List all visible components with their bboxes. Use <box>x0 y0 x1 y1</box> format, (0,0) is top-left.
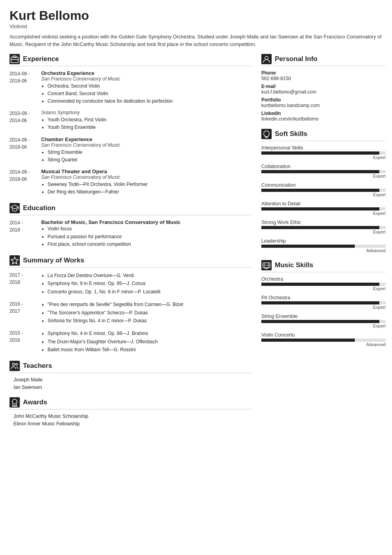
skill-bar-container <box>261 283 386 286</box>
skill-bar-container <box>261 320 386 323</box>
info-label: Portfolio <box>261 97 386 103</box>
exp-bullet: String Quartet <box>48 156 252 164</box>
skill-bar-fill <box>261 151 379 155</box>
skill-item: CommunicationExpert <box>261 182 386 197</box>
skill-item: Violin ConcertoAdvanced <box>261 332 386 347</box>
education-entry: 2014 -2018Bachelor of Music, San Francis… <box>10 219 252 248</box>
soft-skills-icon <box>261 129 272 139</box>
skill-level-label: Advanced <box>261 248 386 253</box>
education-section-header: Education <box>10 203 252 215</box>
skill-name: Strong Work Ethic <box>261 220 386 225</box>
works-bullet: The Drum-Major's Daughter Overture—J. Of… <box>48 338 252 346</box>
exp-org-name: San Francisco Conservatory of Music <box>41 174 252 180</box>
teachers-list: Joseph MaileIan Swensen <box>10 377 252 390</box>
exp-date: 2014-09 -2018-06 <box>10 136 41 164</box>
skill-name: String Ensemble <box>261 314 386 319</box>
skill-item: Pit OrchestraExpert <box>261 295 386 310</box>
experience-entry: 2014-09 -2018-06Chamber ExperienceSan Fr… <box>10 136 252 164</box>
edu-title: Bachelor of Music, San Francisco Conserv… <box>41 219 252 225</box>
award-item: Elinor Armer Music Fellowship <box>10 421 252 427</box>
skill-level-label: Expert <box>261 174 386 178</box>
works-title: Summary of Works <box>23 256 84 264</box>
skill-bar-fill <box>261 189 379 192</box>
candidate-title: Violinist <box>10 23 382 29</box>
teachers-section: Teachers Joseph MaileIan Swensen <box>10 361 252 390</box>
skill-level-label: Expert <box>261 230 386 234</box>
exp-content: Musical Theater and OperaSan Francisco C… <box>41 168 252 196</box>
exp-content: Chamber ExperienceSan Francisco Conserva… <box>41 136 252 164</box>
education-title: Education <box>23 204 55 212</box>
music-skills-section: Music Skills OrchestraExpertPit Orchestr… <box>261 260 386 347</box>
skill-name: Interpersonal Skills <box>261 145 386 151</box>
edu-bullet: Pursued a passion for performance <box>48 233 252 241</box>
soft-skills-title: Soft Skills <box>275 130 307 138</box>
personal-info-icon <box>261 54 272 64</box>
works-date: 2017 -2018 <box>10 272 41 296</box>
info-label: Phone <box>261 70 386 76</box>
exp-bullet: Der Ring des Nibelungen—Fafner <box>48 188 252 196</box>
exp-org-name: San Francisco Conservatory of Music <box>41 76 252 82</box>
edu-bullet: First place, school concerto competition <box>48 241 252 248</box>
skill-name: Pit Orchestra <box>261 295 386 300</box>
teacher-item: Ian Swensen <box>10 385 252 390</box>
skill-bar-fill <box>261 339 355 342</box>
skill-level-label: Expert <box>261 323 386 328</box>
works-icon <box>10 255 20 266</box>
works-date: 2016 -2017 <box>10 300 41 325</box>
exp-org-title: Orchestra Experience <box>41 70 252 76</box>
works-section: Summary of Works 2017 -2018La Forza Del … <box>10 255 252 354</box>
works-date: 2015 -2016 <box>10 329 41 354</box>
soft-skills-header: Soft Skills <box>261 129 386 141</box>
teacher-item: Joseph Maile <box>10 377 252 383</box>
skill-bar-container <box>261 226 386 229</box>
works-bullet: La Forza Del Destino Overture—G. Verdi <box>48 272 252 279</box>
experience-section: Experience 2014-09 -2018-06Orchestra Exp… <box>10 54 252 196</box>
skill-item: OrchestraExpert <box>261 276 386 291</box>
skill-level-label: Advanced <box>261 342 386 347</box>
exp-bullet: String Ensemble <box>48 149 252 156</box>
resume-page: Kurt Bellomo Violinist Accomplished viol… <box>0 0 392 442</box>
svg-marker-5 <box>11 257 18 264</box>
soft-skills-section: Soft Skills Interpersonal SkillsExpertCo… <box>261 129 386 253</box>
awards-icon <box>10 397 20 408</box>
candidate-name: Kurt Bellomo <box>10 9 382 23</box>
svg-point-7 <box>16 364 18 366</box>
skill-item: Strong Work EthicExpert <box>261 220 386 234</box>
music-skills-icon <box>261 260 272 270</box>
education-entries: 2014 -2018Bachelor of Music, San Francis… <box>10 219 252 248</box>
personal-info-fields: Phone562-688-8150E-mailkurt.f.bellomo@gm… <box>261 70 386 122</box>
experience-entries: 2014-09 -2018-06Orchestra ExperienceSan … <box>10 70 252 196</box>
teachers-section-header: Teachers <box>10 361 252 373</box>
header-section: Kurt Bellomo Violinist Accomplished viol… <box>0 0 392 54</box>
works-bullet: "The Sorcerer's Apprentice" Scherzo—P. D… <box>48 309 252 317</box>
skill-name: Collaboration <box>261 164 386 169</box>
info-value: linkedin.com/in/kurtbellomo <box>261 116 386 122</box>
awards-section-header: Awards <box>10 397 252 410</box>
skill-item: CollaborationExpert <box>261 164 386 178</box>
exp-org-name: San Francisco Conservatory of Music <box>41 142 252 148</box>
svg-point-8 <box>12 399 17 404</box>
exp-bullet: Sweeney Todd—Pit Orchestra, Violin Perfo… <box>48 181 252 188</box>
works-content: Symphony No. 4 in E minor, Op. 98—J. Bra… <box>41 329 252 354</box>
skill-level-label: Expert <box>261 305 386 310</box>
experience-entry: 2014-09 -2018-06Musical Theater and Oper… <box>10 168 252 196</box>
skill-name: Attention to Detail <box>261 201 386 207</box>
music-skills-header: Music Skills <box>261 260 386 272</box>
info-label: LinkedIn <box>261 111 386 116</box>
svg-rect-17 <box>265 268 268 269</box>
skill-bar-fill <box>261 320 379 323</box>
skill-bar-fill <box>261 301 379 304</box>
works-bullet: Symphony No. 4 in E minor, Op. 98—J. Bra… <box>48 329 252 337</box>
exp-bullet: Youth Orchestra, First Violin <box>48 116 252 124</box>
exp-org-name: Solano Symphony <box>41 110 252 115</box>
experience-entry: 2014-09 -2018-06Orchestra ExperienceSan … <box>10 70 252 105</box>
education-icon <box>10 203 20 213</box>
skill-bar-container <box>261 189 386 192</box>
skill-level-label: Expert <box>261 286 386 291</box>
info-value: 562-688-8150 <box>261 76 386 81</box>
exp-date: 2010-09 -2014-06 <box>10 110 41 131</box>
works-content: "Pres des remparts de Seville" Segedilla… <box>41 300 252 325</box>
personal-info-section: Personal Info Phone562-688-8150E-mailkur… <box>261 54 386 122</box>
works-entries: 2017 -2018La Forza Del Destino Overture—… <box>10 272 252 354</box>
award-item: John McCarthy Music Scholarship <box>10 413 252 419</box>
